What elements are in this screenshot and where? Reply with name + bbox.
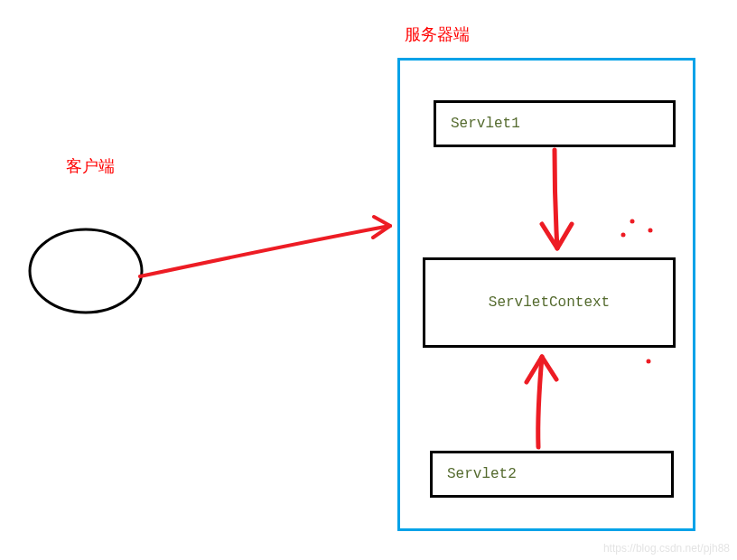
watermark: https://blog.csdn.net/pjh88 xyxy=(603,542,730,555)
arrow-client-to-server xyxy=(140,217,390,276)
client-label: 客户端 xyxy=(66,155,115,177)
servlet2-text: Servlet2 xyxy=(447,466,517,482)
servlet-context-text: ServletContext xyxy=(489,294,610,311)
client-ellipse xyxy=(30,229,142,313)
servlet1-box: Servlet1 xyxy=(434,100,676,147)
servlet1-text: Servlet1 xyxy=(451,116,520,132)
server-label: 服务器端 xyxy=(405,23,470,45)
servlet-context-box: ServletContext xyxy=(423,257,676,348)
servlet2-box: Servlet2 xyxy=(430,451,674,498)
